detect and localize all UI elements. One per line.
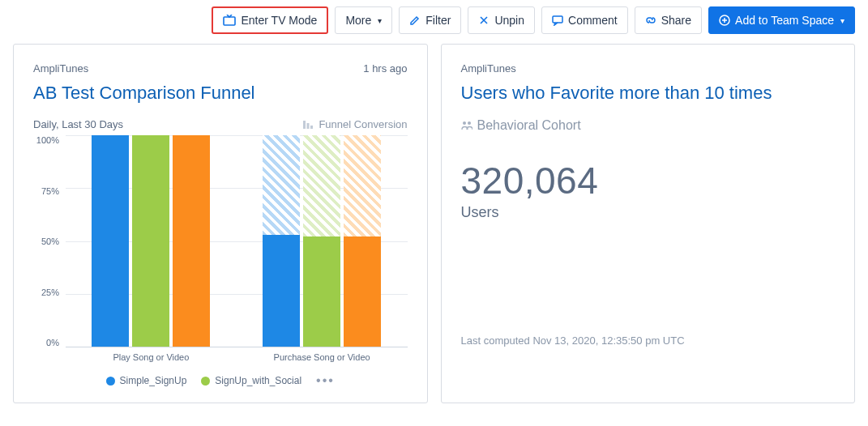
card-title[interactable]: AB Test Comparison Funnel — [33, 83, 408, 104]
svg-rect-3 — [303, 121, 306, 129]
card-source: AmpliTunes — [461, 62, 516, 75]
add-to-team-space-button[interactable]: Add to Team Space ▾ — [708, 6, 855, 34]
comment-label: Comment — [568, 14, 618, 27]
y-axis: 100% 75% 50% 25% 0% — [33, 135, 66, 347]
x-axis: Play Song or Video Purchase Song or Vide… — [33, 352, 408, 362]
more-button[interactable]: More ▾ — [335, 6, 392, 34]
svg-point-7 — [468, 121, 471, 125]
chevron-down-icon: ▾ — [840, 16, 844, 25]
legend-item[interactable]: Simple_SignUp — [106, 375, 187, 386]
add-team-label: Add to Team Space — [735, 14, 834, 27]
plus-circle-icon — [719, 15, 730, 26]
chart-card: AmpliTunes 1 hrs ago AB Test Comparison … — [13, 44, 428, 403]
enter-tv-mode-label: Enter TV Mode — [241, 14, 317, 27]
svg-rect-4 — [307, 123, 310, 129]
comment-button[interactable]: Comment — [541, 6, 628, 34]
edit-icon — [409, 15, 421, 26]
metric-unit: Users — [461, 204, 836, 221]
toolbar: Enter TV Mode More ▾ Filter Unpin Commen… — [13, 6, 855, 34]
bar[interactable] — [344, 135, 381, 347]
metric-label: Funnel Conversion — [302, 118, 407, 130]
funnel-icon — [302, 119, 314, 130]
card-range: Daily, Last 30 Days — [33, 118, 123, 130]
svg-point-6 — [463, 121, 466, 125]
chevron-down-icon: ▾ — [378, 16, 382, 25]
bar[interactable] — [263, 135, 300, 347]
share-label: Share — [661, 14, 691, 27]
metric-card: AmpliTunes Users who Favorite more than … — [441, 44, 856, 403]
people-icon — [461, 120, 472, 131]
bar[interactable] — [92, 135, 129, 347]
metric-value: 320,064 — [461, 159, 836, 202]
link-icon — [645, 15, 656, 26]
swatch — [201, 377, 210, 386]
bar[interactable] — [303, 135, 340, 347]
last-computed: Last computed Nov 13, 2020, 12:35:50 pm … — [461, 334, 836, 347]
cards-row: AmpliTunes 1 hrs ago AB Test Comparison … — [13, 44, 855, 403]
bar-group — [237, 135, 408, 347]
share-button[interactable]: Share — [635, 6, 702, 34]
legend-item[interactable]: SignUp_with_Social — [201, 375, 301, 386]
bar[interactable] — [132, 135, 169, 347]
card-title[interactable]: Users who Favorite more than 10 times — [461, 83, 836, 104]
unpin-button[interactable]: Unpin — [468, 6, 535, 34]
more-label: More — [345, 14, 371, 27]
svg-rect-0 — [224, 17, 235, 25]
enter-tv-mode-button[interactable]: Enter TV Mode — [212, 6, 328, 34]
unpin-icon — [478, 15, 490, 26]
comment-icon — [552, 15, 563, 26]
legend: Simple_SignUp SignUp_with_Social ••• — [33, 373, 408, 388]
svg-rect-5 — [310, 126, 313, 129]
unpin-label: Unpin — [494, 14, 524, 27]
bar-chart: 100% 75% 50% 25% 0% — [33, 135, 408, 347]
legend-more-icon[interactable]: ••• — [316, 373, 335, 388]
bar[interactable] — [173, 135, 210, 347]
card-age: 1 hrs ago — [363, 62, 407, 75]
plot-area — [66, 135, 408, 347]
tv-icon — [223, 15, 236, 26]
filter-label: Filter — [425, 14, 451, 27]
filter-button[interactable]: Filter — [399, 6, 461, 34]
cohort-label: Behavioral Cohort — [461, 118, 581, 133]
card-source: AmpliTunes — [33, 62, 88, 75]
svg-rect-1 — [553, 16, 562, 23]
bar-group — [66, 135, 237, 347]
swatch — [106, 377, 115, 386]
